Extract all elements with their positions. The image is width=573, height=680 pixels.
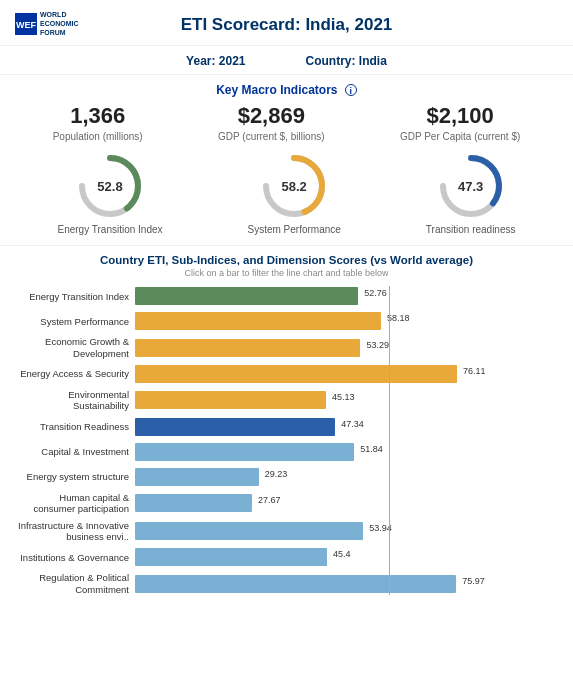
bar-label-5: Transition Readiness [15,421,135,432]
gauge-value-sp: 58.2 [282,179,307,194]
gauge-sp: 58.2 System Performance [247,152,340,235]
bar-row-6[interactable]: Capital & Investment 51.84 [15,442,558,462]
bar-fill-8 [135,494,252,512]
gdp-label: GDP (current $, billions) [218,131,325,142]
bar-fill-11 [135,575,456,593]
bar-area-4: 45.13 [135,391,558,409]
chart-subtitle: Click on a bar to filter the line chart … [15,268,558,278]
bar-fill-9 [135,522,363,540]
bar-label-9: Infrastructure & Innovative business env… [15,520,135,543]
header: WEF WORLD ECONOMIC FORUM ETI Scorecard: … [0,0,573,46]
country-filter: Country: India [306,54,387,68]
bar-value-6: 51.84 [360,444,383,454]
filters-row: Year: 2021 Country: India [0,46,573,75]
gdp-value: $2,869 [218,103,325,129]
chart-title: Country ETI, Sub-Indices, and Dimension … [15,254,558,266]
bar-area-2: 53.29 [135,339,558,357]
bar-fill-1 [135,312,381,330]
bar-label-2: Economic Growth & Development [15,336,135,359]
chart-section: Country ETI, Sub-Indices, and Dimension … [0,246,573,610]
bar-fill-3 [135,365,457,383]
country-value: India [359,54,387,68]
bar-area-1: 58.18 [135,312,558,330]
bar-label-4: Environmental Sustainability [15,389,135,412]
bar-row-7[interactable]: Energy system structure 29.23 [15,467,558,487]
bar-area-10: 45.4 [135,548,558,566]
bar-fill-2 [135,339,360,357]
population-value: 1,366 [53,103,143,129]
gdp-per-capita-label: GDP Per Capita (current $) [400,131,520,142]
gdp-per-capita-value: $2,100 [400,103,520,129]
bar-row-1[interactable]: System Performance 58.18 [15,311,558,331]
bar-label-11: Regulation & Political Commitment [15,572,135,595]
gauges-row: 52.8 Energy Transition Index 58.2 System… [15,152,558,235]
bar-fill-0 [135,287,358,305]
macro-gdp-per-capita: $2,100 GDP Per Capita (current $) [400,103,520,142]
bar-label-0: Energy Transition Index [15,291,135,302]
bar-row-10[interactable]: Institutions & Governance 45.4 [15,547,558,567]
bar-value-8: 27.67 [258,495,281,505]
year-filter: Year: 2021 [186,54,245,68]
gauge-label-sp: System Performance [247,224,340,235]
country-label: Country: [306,54,356,68]
macro-values: 1,366 Population (millions) $2,869 GDP (… [15,103,558,142]
bar-area-3: 76.11 [135,365,558,383]
year-value: 2021 [219,54,246,68]
gauge-label-eti: Energy Transition Index [57,224,162,235]
bar-area-7: 29.23 [135,468,558,486]
gauge-value-tr: 47.3 [458,179,483,194]
bar-value-2: 53.29 [366,340,389,350]
logo: WEF WORLD ECONOMIC FORUM [15,10,70,39]
bar-fill-6 [135,443,354,461]
bar-area-0: 52.76 [135,287,558,305]
bar-label-1: System Performance [15,316,135,327]
population-label: Population (millions) [53,131,143,142]
macro-population: 1,366 Population (millions) [53,103,143,142]
bar-value-0: 52.76 [364,288,387,298]
bar-row-0[interactable]: Energy Transition Index 52.76 [15,286,558,306]
bar-value-9: 53.94 [369,523,392,533]
svg-text:WEF: WEF [16,20,36,30]
bar-value-4: 45.13 [332,392,355,402]
macro-gdp: $2,869 GDP (current $, billions) [218,103,325,142]
bar-chart-container: Energy Transition Index 52.76 System Per… [15,286,558,595]
bar-value-7: 29.23 [265,469,288,479]
macro-title: Key Macro Indicators i [15,83,558,97]
gauge-tr: 47.3 Transition readiness [426,152,516,235]
bar-row-8[interactable]: Human capital & consumer participation 2… [15,492,558,515]
bar-label-6: Capital & Investment [15,446,135,457]
bar-value-10: 45.4 [333,549,351,559]
bar-row-9[interactable]: Infrastructure & Innovative business env… [15,520,558,543]
bar-row-4[interactable]: Environmental Sustainability 45.13 [15,389,558,412]
bar-value-5: 47.34 [341,419,364,429]
bar-row-3[interactable]: Energy Access & Security 76.11 [15,364,558,384]
bar-value-11: 75.97 [462,576,485,586]
info-icon[interactable]: i [345,84,357,96]
macro-section: Key Macro Indicators i 1,366 Population … [0,75,573,246]
bar-label-8: Human capital & consumer participation [15,492,135,515]
bar-label-3: Energy Access & Security [15,368,135,379]
bar-row-2[interactable]: Economic Growth & Development 53.29 [15,336,558,359]
bar-value-1: 58.18 [387,313,410,323]
bar-label-10: Institutions & Governance [15,552,135,563]
bar-area-5: 47.34 [135,418,558,436]
gauge-circle-eti: 52.8 [76,152,144,220]
bar-row-5[interactable]: Transition Readiness 47.34 [15,417,558,437]
bar-area-11: 75.97 [135,575,558,593]
page-title: ETI Scorecard: India, 2021 [70,15,503,35]
bar-fill-4 [135,391,326,409]
wef-logo-icon: WEF [15,13,37,35]
gauge-eti: 52.8 Energy Transition Index [57,152,162,235]
gauge-value-eti: 52.8 [97,179,122,194]
bar-chart: Energy Transition Index 52.76 System Per… [15,286,558,595]
gauge-circle-sp: 58.2 [260,152,328,220]
bar-label-7: Energy system structure [15,471,135,482]
bar-fill-5 [135,418,335,436]
gauge-circle-tr: 47.3 [437,152,505,220]
bar-area-6: 51.84 [135,443,558,461]
bar-row-11[interactable]: Regulation & Political Commitment 75.97 [15,572,558,595]
bar-fill-10 [135,548,327,566]
year-label: Year: [186,54,215,68]
gauge-label-tr: Transition readiness [426,224,516,235]
bar-fill-7 [135,468,259,486]
